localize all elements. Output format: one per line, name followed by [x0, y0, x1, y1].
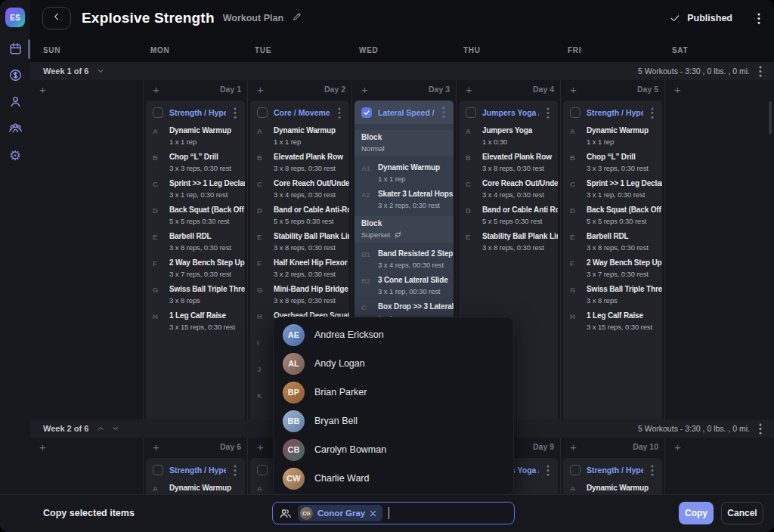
add-workout-button[interactable]: +: [257, 441, 264, 453]
athlete-option[interactable]: AEAndrea Erickson: [274, 320, 513, 349]
exercise-name: Core Reach Out/Under: [482, 179, 558, 188]
exercise-row: GSwiss Ball Triple Threat3 x 8 reps: [153, 285, 238, 308]
exercise-row: ADynamic Warmup1 x 1 rep: [153, 484, 238, 495]
exercise-name: Chop “L” Drill: [587, 153, 649, 162]
athlete-option[interactable]: BPBrian Parker: [274, 378, 513, 407]
workout-card-header: Jumpers Yoga / Core: [466, 105, 551, 120]
published-status[interactable]: Published: [687, 13, 732, 23]
week-menu-button[interactable]: [757, 422, 763, 436]
sidebar-item-athlete[interactable]: [6, 94, 24, 112]
exercise-row: A2Skater 3 Lateral Hops >> ...3 x 2 reps…: [361, 190, 447, 212]
week-chevron-down-icon[interactable]: [96, 66, 105, 76]
workout-menu-button[interactable]: [232, 106, 238, 120]
workout-title-link[interactable]: Strength / Hypertro...: [169, 466, 226, 475]
workout-card[interactable]: Strength / Hypertro...ADynamic Warmup1 x…: [563, 458, 662, 495]
athlete-option[interactable]: ALAndy Logan: [274, 349, 513, 378]
workout-title-link[interactable]: Strength / Hypertro...: [587, 108, 643, 117]
workout-checkbox[interactable]: [153, 107, 163, 118]
athlete-name: Andy Logan: [314, 358, 365, 369]
exercise-row: H1 Leg Calf Raise3 x 15 reps, 0:30 rest: [153, 311, 238, 334]
copy-button[interactable]: Copy: [679, 502, 714, 524]
selected-athlete-chip[interactable]: CG Conor Gray: [298, 505, 382, 521]
workout-title-link[interactable]: Jumpers Yoga / Core: [482, 108, 539, 117]
athlete-option[interactable]: CWCharlie Ward: [274, 464, 513, 493]
add-workout-button[interactable]: +: [257, 84, 264, 95]
add-workout-button[interactable]: +: [674, 441, 681, 453]
exercise-letter: D: [257, 206, 274, 228]
workout-card-header: Lateral Speed / Plyo: [354, 101, 454, 124]
edit-title-button[interactable]: [292, 11, 302, 25]
exercise-name: Back Squat (Back Off Set): [169, 206, 245, 215]
day-column-body: [665, 456, 774, 495]
workout-menu-button[interactable]: [441, 105, 447, 119]
exercise-row: CCore Reach Out/Under3 x 4 reps, 0:30 re…: [257, 179, 342, 202]
week-chevron-down-icon[interactable]: [111, 424, 120, 433]
week-menu-button[interactable]: [757, 64, 763, 79]
workout-title-link[interactable]: Strength / Hypertro...: [169, 108, 226, 117]
workout-menu-button[interactable]: [545, 106, 551, 120]
add-workout-button[interactable]: +: [153, 441, 159, 453]
scrollbar[interactable]: [769, 101, 772, 135]
week-chevron-up-icon[interactable]: [96, 424, 105, 433]
workout-checkbox[interactable]: [153, 465, 163, 475]
exercise-letter: D: [153, 206, 169, 228]
header-menu-button[interactable]: [756, 11, 762, 26]
athlete-search-input[interactable]: CG Conor Gray: [272, 502, 515, 524]
sidebar-item-settings[interactable]: ⚙: [6, 147, 24, 165]
exercise-info: Barbell RDL3 x 8 reps, 0:30 rest: [169, 232, 231, 255]
workout-menu-button[interactable]: [545, 463, 551, 478]
workout-card[interactable]: Strength / Hypertro...ADynamic Warmup1 x…: [563, 101, 662, 419]
add-workout-button[interactable]: +: [570, 441, 577, 453]
workout-menu-button[interactable]: [232, 463, 238, 478]
week-label[interactable]: Week 2 of 6: [43, 424, 88, 433]
add-workout-button[interactable]: +: [466, 84, 472, 95]
workout-title-link[interactable]: Lateral Speed / Plyo: [378, 108, 435, 117]
add-workout-button[interactable]: +: [674, 84, 681, 95]
calendar-icon: [8, 42, 23, 59]
sidebar-item-groups[interactable]: [6, 120, 24, 138]
workout-menu-button[interactable]: [649, 106, 655, 120]
exercise-info: Band or Cable Anti Rotati...5 x 5 reps 0…: [482, 206, 558, 228]
day-column-body: Strength / Hypertro...ADynamic Warmup1 x…: [561, 456, 664, 495]
athlete-option[interactable]: CBCarolyn Bowman: [274, 435, 513, 464]
back-button[interactable]: [42, 7, 71, 29]
workout-checkbox[interactable]: [361, 107, 372, 118]
exercise-detail: 3 x 8 reps, 0:30 rest: [587, 243, 649, 252]
exercise-letter: D: [466, 206, 482, 228]
day-column-sun: +: [30, 438, 144, 495]
workout-title-link[interactable]: Strength / Hypertro...: [587, 466, 643, 475]
exercise-detail: 1 x 1 rep: [587, 138, 649, 146]
exercise-detail: 3 x 8 reps, 0:30 rest: [169, 243, 231, 252]
sidebar-item-dollar[interactable]: [6, 67, 24, 85]
workout-menu-button[interactable]: [649, 463, 655, 478]
workout-checkbox[interactable]: [466, 107, 476, 118]
workout-checkbox[interactable]: [257, 107, 268, 118]
athlete-name: Bryan Bell: [314, 416, 358, 426]
app-logo[interactable]: ES: [5, 8, 25, 27]
exercise-info: Swiss Ball Triple Threat3 x 8 reps: [587, 285, 662, 308]
workout-card[interactable]: Strength / Hypertro...ADynamic Warmup1 x…: [146, 458, 245, 495]
sidebar-item-calendar[interactable]: [6, 41, 24, 59]
add-workout-button[interactable]: +: [39, 84, 46, 95]
workout-checkbox[interactable]: [570, 465, 580, 475]
workout-title-link[interactable]: Core / Movement Q...: [274, 108, 330, 117]
week-label[interactable]: Week 1 of 6: [43, 66, 88, 76]
remove-athlete-icon[interactable]: [370, 510, 376, 517]
workout-menu-button[interactable]: [336, 106, 342, 120]
add-workout-button[interactable]: +: [361, 84, 368, 95]
add-workout-button[interactable]: +: [570, 84, 577, 95]
exercise-detail: 5 x 5 reps 0:30 rest: [587, 217, 662, 225]
cancel-button[interactable]: Cancel: [721, 502, 763, 524]
block-mode: Superset: [361, 230, 447, 239]
exercise-info: Sprint >> 1 Leg Declarations3 x 1 rep, 0…: [169, 179, 245, 202]
exercise-info: Band or Cable Anti-Rotati...5 x 5 reps 0…: [274, 206, 349, 228]
day-column-header: +: [30, 438, 143, 456]
exercise-letter: H: [257, 311, 274, 334]
workout-checkbox[interactable]: [570, 107, 580, 118]
athlete-option[interactable]: BBBryan Bell: [274, 407, 513, 435]
add-workout-button[interactable]: +: [39, 441, 46, 453]
add-workout-button[interactable]: +: [153, 84, 159, 95]
workout-checkbox[interactable]: [257, 465, 268, 475]
workout-card-header: Strength / Hypertro...: [153, 462, 238, 478]
workout-card[interactable]: Strength / Hypertro...ADynamic Warmup1 x…: [146, 101, 245, 419]
